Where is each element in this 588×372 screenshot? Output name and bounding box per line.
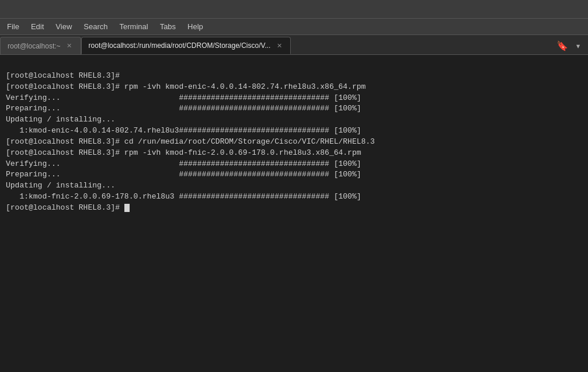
tab-label-1: root@localhost:/run/media/root/CDROM/Sto… xyxy=(89,41,271,50)
bookmark-icon[interactable]: 🔖 xyxy=(554,38,570,54)
menu-item-file[interactable]: File xyxy=(2,21,24,32)
terminal-prompt-cursor: [root@localhost RHEL8.3]# xyxy=(6,203,124,212)
terminal-line: [root@localhost RHEL8.3]# rpm -ivh kmod-… xyxy=(6,148,582,159)
title-bar xyxy=(0,0,588,19)
terminal-line: [root@localhost RHEL8.3]# cd /run/media/… xyxy=(6,137,582,148)
terminal-line: Preparing... ###########################… xyxy=(6,169,582,180)
terminal-line: Verifying... ###########################… xyxy=(6,93,582,104)
menu-item-help[interactable]: Help xyxy=(183,21,208,32)
menu-bar: FileEditViewSearchTerminalTabsHelp xyxy=(0,19,588,35)
terminal-line: [root@localhost RHEL8.3]# rpm -ivh kmod-… xyxy=(6,82,582,93)
menu-item-view[interactable]: View xyxy=(51,21,76,32)
chevron-down-icon[interactable]: ▾ xyxy=(573,38,583,54)
terminal-line: Verifying... ###########################… xyxy=(6,159,582,170)
tab-bar-right: 🔖▾ xyxy=(554,38,588,54)
tab-1[interactable]: root@localhost:/run/media/root/CDROM/Sto… xyxy=(81,37,291,54)
terminal-line: 1:kmod-fnic-2.0.0.69-178.0.rhel8u3 #####… xyxy=(6,192,582,203)
menu-item-edit[interactable]: Edit xyxy=(26,21,48,32)
tab-bar: root@localhost:~✕root@localhost:/run/med… xyxy=(0,35,588,55)
menu-item-terminal[interactable]: Terminal xyxy=(115,21,153,32)
terminal-line: 1:kmod-enic-4.0.0.14-802.74.rhel8u3#####… xyxy=(6,126,582,137)
terminal-cursor xyxy=(124,204,130,212)
tab-close-button-0[interactable]: ✕ xyxy=(65,42,74,50)
terminal-line: [root@localhost RHEL8.3]# xyxy=(6,71,582,82)
window-close-button[interactable] xyxy=(574,5,583,14)
tab-0[interactable]: root@localhost:~✕ xyxy=(0,37,81,54)
terminal-content[interactable]: [root@localhost RHEL8.3]#[root@localhost… xyxy=(0,55,588,372)
terminal-line: Updating / installing... xyxy=(6,180,582,192)
terminal-line: Updating / installing... xyxy=(6,114,582,126)
menu-item-tabs[interactable]: Tabs xyxy=(155,21,180,32)
tab-label-0: root@localhost:~ xyxy=(8,42,61,50)
tab-close-button-1[interactable]: ✕ xyxy=(275,41,283,50)
menu-item-search[interactable]: Search xyxy=(79,21,112,32)
terminal-line: Preparing... ###########################… xyxy=(6,103,582,114)
